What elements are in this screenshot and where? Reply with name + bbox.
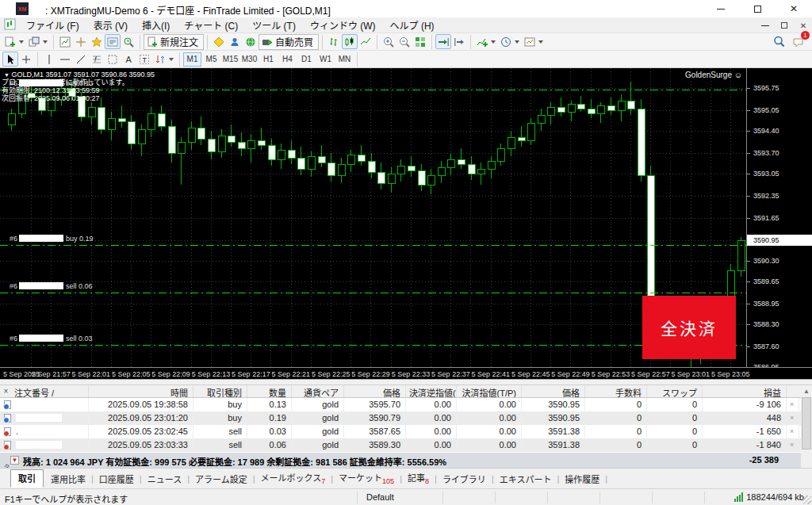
- column-header[interactable]: 損益: [703, 385, 787, 397]
- text-label-icon[interactable]: T: [136, 52, 152, 67]
- column-header[interactable]: 注文番号 /: [0, 385, 89, 397]
- column-header[interactable]: 価格: [344, 385, 406, 397]
- periods-icon[interactable]: [498, 34, 514, 49]
- community-icon[interactable]: [227, 34, 243, 49]
- zoom-out-icon[interactable]: [396, 34, 412, 49]
- tab-1[interactable]: 運用比率: [45, 471, 91, 487]
- tab-10[interactable]: 操作履歴: [559, 471, 605, 487]
- table-row[interactable]: . 2025.09.05 23:02:45sell0.03gold3587.65…: [0, 425, 801, 438]
- terminal-close-icon[interactable]: ×: [2, 386, 10, 396]
- menu-view[interactable]: 表示 (V): [86, 18, 135, 32]
- crosshair-icon[interactable]: [18, 52, 34, 67]
- chart-collapse-icon[interactable]: ▼: [4, 72, 10, 78]
- menu-tools[interactable]: ツール (T): [245, 18, 303, 32]
- close-position-icon[interactable]: ×: [787, 398, 799, 411]
- trendline-icon[interactable]: [73, 52, 89, 67]
- table-scrollbar[interactable]: ▲: [801, 385, 812, 468]
- fibonacci-icon[interactable]: f: [89, 52, 105, 67]
- tab-9[interactable]: エキスパート: [494, 471, 557, 487]
- close-position-icon[interactable]: ×: [787, 411, 799, 425]
- menu-help[interactable]: ヘルプ (H): [383, 18, 442, 32]
- account-summary-row[interactable]: ▼ 残高: 1 024 964 JPY 有効証拠金: 999 575 必要証拠金…: [0, 453, 801, 468]
- new-chart-icon[interactable]: [2, 34, 18, 49]
- metaeditor-icon[interactable]: [211, 34, 227, 49]
- menu-window[interactable]: ウィンドウ (W): [303, 18, 383, 32]
- timeframe-h4[interactable]: H4: [278, 52, 297, 67]
- indicators-icon[interactable]: [474, 34, 490, 49]
- web-terminal-icon[interactable]: [243, 34, 259, 49]
- minimize-button[interactable]: [703, 0, 739, 17]
- channel-icon[interactable]: [105, 52, 121, 67]
- timeframe-w1[interactable]: W1: [316, 52, 335, 67]
- market-watch-icon[interactable]: [57, 34, 73, 49]
- tab-7[interactable]: 記事8: [402, 469, 435, 487]
- child-restore-icon[interactable]: [779, 20, 790, 31]
- timeframe-h1[interactable]: H1: [259, 52, 278, 67]
- timeframe-d1[interactable]: D1: [297, 52, 316, 67]
- table-row[interactable]: 2025.09.05 19:38:58buy0.13gold3595.700.0…: [0, 398, 801, 411]
- column-header[interactable]: 価格: [522, 385, 585, 397]
- tab-trade[interactable]: 取引: [10, 469, 44, 488]
- close-position-icon[interactable]: ×: [787, 425, 799, 438]
- candlestick-icon[interactable]: [342, 34, 358, 49]
- table-row[interactable]: 2025.09.05 23:03:33sell0.06gold3589.300.…: [0, 438, 801, 452]
- timeframe-m1[interactable]: M1: [183, 52, 201, 67]
- chart-shift-icon[interactable]: [451, 34, 467, 49]
- menu-chart[interactable]: チャート (C): [177, 18, 245, 32]
- maximize-button[interactable]: [739, 0, 776, 17]
- timeframe-m30[interactable]: M30: [240, 52, 259, 67]
- tile-windows-icon[interactable]: [412, 34, 428, 49]
- panel-splitter[interactable]: [0, 379, 812, 385]
- tab-3[interactable]: ニュース: [142, 471, 187, 487]
- zoom-in-icon[interactable]: [381, 34, 396, 49]
- column-header[interactable]: 取引種別: [193, 385, 247, 397]
- scrollbar-thumb[interactable]: [802, 397, 811, 450]
- menu-file[interactable]: ファイル (F): [19, 18, 86, 32]
- tab-2[interactable]: 口座履歴: [94, 471, 140, 487]
- column-header[interactable]: 通貨ペア: [292, 385, 344, 397]
- column-header[interactable]: 時間: [89, 385, 193, 397]
- resize-grip[interactable]: [802, 495, 811, 504]
- line-chart-icon[interactable]: [358, 34, 373, 49]
- tab-8[interactable]: ライブラリ: [437, 471, 492, 487]
- timeframe-m5[interactable]: M5: [202, 52, 220, 67]
- child-close-icon[interactable]: ✕: [798, 20, 809, 31]
- profiles-icon[interactable]: [26, 34, 42, 49]
- time-axis[interactable]: 5 Sep 20255 Sep 21:575 Sep 22:015 Sep 22…: [0, 367, 812, 379]
- column-header[interactable]: 数量: [247, 385, 292, 397]
- terminal-icon[interactable]: [105, 34, 121, 49]
- table-row[interactable]: 2025.09.05 23:01:20buy0.19gold3590.790.0…: [0, 411, 801, 425]
- tab-6[interactable]: マーケット105: [333, 469, 400, 487]
- cursor-icon[interactable]: [2, 52, 18, 67]
- vertical-line-icon[interactable]: [41, 52, 57, 67]
- navigator-icon[interactable]: [89, 34, 105, 49]
- scroll-up-icon[interactable]: ▲: [801, 385, 812, 396]
- autotrading-button[interactable]: 自動売買: [259, 34, 319, 50]
- child-minimize-icon[interactable]: [760, 20, 771, 31]
- connection-status[interactable]: 188244/694 kb: [734, 492, 804, 502]
- arrows-icon[interactable]: [152, 52, 168, 67]
- new-order-button[interactable]: 新規注文: [144, 34, 204, 50]
- price-axis[interactable]: 3595.753595.053594.403593.703593.053592.…: [746, 68, 812, 367]
- column-header[interactable]: スワップ: [647, 385, 703, 397]
- menu-insert[interactable]: 挿入(I): [135, 18, 177, 32]
- column-header[interactable]: 決済逆指値(S...: [406, 385, 457, 397]
- data-window-icon[interactable]: [73, 34, 89, 49]
- templates-icon[interactable]: [522, 34, 538, 49]
- notifications-icon[interactable]: 1: [790, 34, 806, 49]
- close-position-icon[interactable]: ×: [787, 438, 799, 452]
- status-profile[interactable]: Default: [366, 492, 394, 502]
- text-icon[interactable]: A: [121, 52, 136, 67]
- strategy-tester-icon[interactable]: [121, 34, 136, 49]
- auto-scroll-icon[interactable]: [435, 34, 451, 49]
- timeframe-mn[interactable]: MN: [335, 52, 354, 67]
- column-header[interactable]: 決済指値(T/P): [457, 385, 522, 397]
- bar-chart-icon[interactable]: [326, 34, 342, 49]
- ea-smiley-icon[interactable]: ☺: [734, 71, 742, 79]
- horizontal-line-icon[interactable]: [57, 52, 73, 67]
- close-button[interactable]: ✕: [776, 0, 812, 17]
- column-header[interactable]: 手数料: [585, 385, 647, 397]
- tab-4[interactable]: アラーム設定: [190, 471, 253, 487]
- tab-5[interactable]: メールボックス7: [255, 469, 331, 487]
- close-all-button[interactable]: 全決済: [642, 296, 736, 359]
